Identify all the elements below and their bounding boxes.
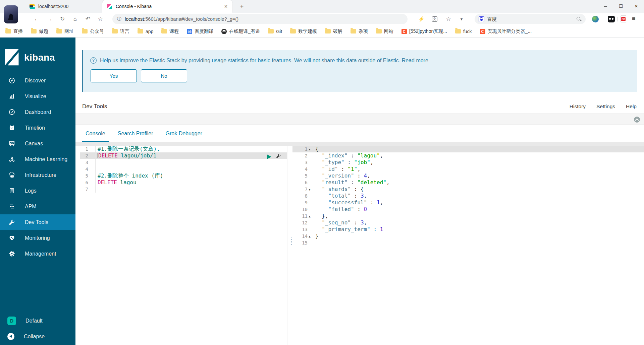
favorite-star-icon[interactable]: ☆ — [443, 13, 454, 25]
bookmark-item[interactable]: C实现贝叶斯分类器_... — [480, 28, 532, 34]
bookmark-item[interactable]: 公众号 — [82, 28, 104, 34]
chevron-down-icon[interactable]: ▼ — [456, 13, 467, 25]
sidebar-item-label: APM — [25, 204, 37, 210]
sidebar-collapse-button[interactable]: Collapse — [0, 329, 75, 344]
bookmark-item[interactable]: fuck — [455, 29, 472, 34]
code-line: 14▲} — [292, 233, 644, 239]
bookmark-label: 公众号 — [90, 28, 104, 34]
browser-tab[interactable]: localhost:9200 — [25, 0, 101, 13]
sidebar-item-label: Monitoring — [25, 235, 50, 241]
sidebar-item-infrastructure[interactable]: Infrastructure — [0, 167, 75, 183]
bookmark-item[interactable]: 做题 — [31, 28, 48, 34]
sidebar-item-label: Management — [25, 251, 56, 257]
collapse-up-button[interactable] — [634, 117, 640, 123]
sidebar-item-label: Dashboard — [25, 109, 51, 115]
sidebar-item-monitoring[interactable]: Monitoring — [0, 230, 75, 246]
bookmark-item[interactable]: Git — [268, 29, 282, 34]
bookmark-item[interactable]: C[552]python实现... — [401, 28, 447, 34]
bookmark-item[interactable]: 杂项 — [351, 28, 368, 34]
browser-menu-icon[interactable]: ≡ — [632, 15, 636, 22]
sidebar-item-visualize[interactable]: Visualize — [0, 88, 75, 104]
fold-down-icon[interactable]: ▼ — [308, 146, 312, 153]
code-text — [96, 159, 287, 166]
sidebar-item-dashboard[interactable]: Dashboard — [0, 104, 75, 120]
collapse-label: Collapse — [24, 334, 45, 340]
bookmark-star-icon[interactable]: ☆ — [95, 13, 105, 25]
yes-button[interactable]: Yes — [91, 69, 137, 82]
tab-grok-debugger[interactable]: Grok Debugger — [162, 131, 206, 142]
bookmark-item[interactable]: 数学建模 — [290, 28, 317, 34]
maximize-button[interactable]: ☐ — [613, 0, 629, 13]
search-box[interactable]: 百度 — [475, 14, 586, 24]
page-title: Dev Tools — [82, 103, 107, 110]
pdf-extension-icon[interactable] — [621, 15, 626, 22]
flash-icon[interactable]: ⚡ — [416, 13, 427, 25]
bookmark-item[interactable]: 课程 — [161, 28, 179, 34]
request-editor[interactable]: 1▼#1.删除一条记录(文章),2▼DELETE lagou/job/13▼4▼… — [80, 146, 287, 345]
send-request-icon[interactable] — [267, 154, 271, 159]
bookmark-label: 在线翻译_有道 — [229, 28, 260, 34]
extension-icon[interactable] — [608, 16, 615, 22]
translate-extension-icon[interactable]: 文 — [432, 16, 437, 22]
sidebar-item-canvas[interactable]: Canvas — [0, 136, 75, 151]
bookmark-item[interactable]: 破解 — [325, 28, 342, 34]
profile-avatar[interactable] — [4, 5, 18, 23]
search-icon[interactable] — [576, 16, 582, 22]
site-info-icon[interactable]: ⓘ — [117, 16, 121, 22]
fold-up-icon[interactable]: ▲ — [308, 213, 312, 220]
tab-console[interactable]: Console — [82, 131, 109, 142]
code-text: #1.删除一条记录(文章), — [96, 146, 287, 152]
bookmark-item[interactable]: 在线翻译_有道 — [221, 28, 260, 34]
fold-up-icon[interactable]: ▲ — [308, 233, 312, 240]
bookmark-item[interactable]: 网址 — [56, 28, 74, 34]
sidebar-item-discover[interactable]: Discover — [0, 73, 75, 88]
sidebar-item-timelion[interactable]: Timelion — [0, 120, 75, 136]
address-bar[interactable]: ⓘ localhost:5601/app/kibana#/dev_tools/c… — [112, 14, 408, 24]
request-gutter: 2▼ — [80, 152, 96, 159]
menu-link-settings[interactable]: Settings — [596, 104, 615, 110]
sidebar-item-apm[interactable]: APM — [0, 199, 75, 214]
bookmark-item[interactable]: 译百度翻译 — [187, 28, 213, 34]
new-tab-button[interactable]: + — [237, 2, 246, 11]
minimize-button[interactable]: ─ — [598, 0, 613, 13]
dashboard-icon — [8, 109, 15, 116]
space-label: Default — [25, 318, 43, 324]
sidebar-item-management[interactable]: Management — [0, 246, 75, 262]
close-button[interactable]: ✕ — [629, 0, 644, 13]
sidebar-item-label: Visualize — [25, 93, 46, 99]
fold-down-icon[interactable]: ▼ — [308, 186, 312, 193]
back-icon[interactable]: ← — [32, 13, 42, 25]
sidebar-item-dev-tools[interactable]: Dev Tools — [0, 214, 75, 230]
home-icon[interactable]: ⌂ — [70, 13, 80, 25]
folder-icon — [138, 29, 143, 33]
no-button[interactable]: No — [141, 69, 187, 82]
wrench-icon — [8, 219, 15, 226]
response-gutter: 10▼ — [292, 206, 313, 213]
kibana-logo[interactable]: kibana — [4, 49, 75, 66]
response-viewer[interactable]: 1▼{2▼ "_index" : "lagou",3▼ "_type" : "j… — [292, 146, 644, 345]
browser-tab[interactable]: Console - Kibana✕ — [102, 0, 232, 13]
bookmark-item[interactable]: 网站 — [376, 28, 393, 34]
bookmark-item[interactable]: app — [138, 29, 153, 34]
undo-icon[interactable]: ↶ — [83, 13, 93, 25]
sidebar-item-space-default[interactable]: D Default — [0, 313, 75, 329]
tab-close-icon[interactable]: ✕ — [224, 4, 228, 9]
menu-link-help[interactable]: Help — [626, 104, 637, 110]
idm-extension-icon[interactable] — [592, 16, 599, 22]
menu-link-history[interactable]: History — [570, 104, 586, 110]
sidebar-item-logs[interactable]: Logs — [0, 183, 75, 199]
elasticsearch-icon — [30, 4, 35, 9]
bookmark-item[interactable]: 语言 — [112, 28, 129, 34]
folder-icon — [5, 29, 11, 33]
tab-search-profiler[interactable]: Search Profiler — [114, 131, 157, 142]
bookmark-item[interactable]: 直播 — [5, 28, 23, 34]
read-more-link[interactable]: Read more — [402, 58, 428, 63]
search-engine-label: 百度 — [487, 16, 574, 22]
forward-icon[interactable]: → — [45, 13, 55, 25]
bookmarks-bar: 直播做题网址公众号语言app课程译百度翻译在线翻译_有道Git数学建模破解杂项网… — [0, 25, 644, 38]
sidebar-item-machine-learning[interactable]: Machine Learning — [0, 151, 75, 167]
response-gutter: 7▼ — [292, 186, 313, 193]
kibana-app: kibana DiscoverVisualizeDashboardTimelio… — [0, 38, 644, 345]
reload-icon[interactable]: ↻ — [57, 13, 67, 25]
kibana-icon — [107, 4, 112, 9]
